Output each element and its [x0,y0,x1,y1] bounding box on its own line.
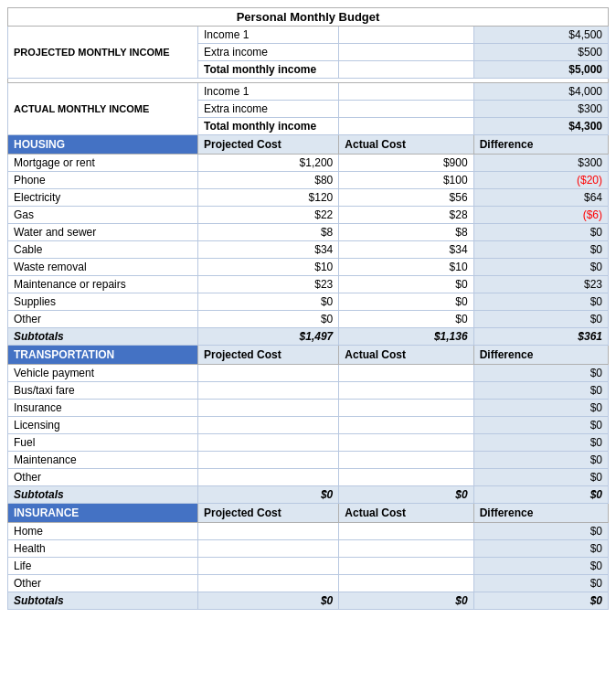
ins-row2-diff: $0 [473,558,608,575]
projected-extra-label: Extra income [198,44,339,61]
housing-row7-actual: $0 [339,276,473,293]
housing-row1-actual: $100 [339,172,473,189]
ins-row3-diff: $0 [473,575,608,592]
trans-row5-diff: $0 [473,452,608,469]
ins-subtotal-projected: $0 [198,592,339,610]
housing-row0-label: Mortgage or rent [8,155,198,172]
housing-subtotal-actual: $1,136 [339,328,473,346]
housing-row8-projected: $0 [198,293,339,311]
projected-total-label: Total monthly income [198,61,339,79]
housing-row1-label: Phone [8,172,198,189]
housing-subtotal-row: Subtotals $1,497 $1,136 $361 [8,328,609,346]
transportation-subtotal-row: Subtotals $0 $0 $0 [8,486,609,504]
housing-col3: Difference [473,135,608,155]
actual-total-value: $4,300 [473,118,608,135]
actual-income1-row: ACTUAL MONTHLY INCOME Income 1 $4,000 [8,83,609,101]
housing-row6-label: Waste removal [8,259,198,276]
table-row: Supplies $0 $0 $0 [8,293,609,311]
table-row: Insurance $0 [8,400,609,417]
trans-row6-diff: $0 [473,469,608,486]
housing-row5-label: Cable [8,241,198,259]
ins-row1-label: Health [8,540,198,558]
insurance-col3: Difference [473,504,608,523]
insurance-section-header: INSURANCE Projected Cost Actual Cost Dif… [8,504,609,523]
housing-row6-actual: $10 [339,259,473,276]
table-row: Life $0 [8,558,609,575]
actual-extra-label: Extra income [198,101,339,118]
housing-row5-diff: $0 [473,241,608,259]
trans-row0-diff: $0 [473,365,608,382]
housing-label: HOUSING [8,135,198,155]
transportation-label: TRANSPORTATION [8,346,198,365]
table-row: Home $0 [8,523,609,540]
projected-income-label: PROJECTED MONTHLY INCOME [8,27,198,79]
ins-row0-diff: $0 [473,523,608,540]
housing-row8-label: Supplies [8,293,198,311]
housing-row3-actual: $28 [339,207,473,224]
ins-row3-label: Other [8,575,198,592]
page-title: Personal Monthly Budget [8,8,609,27]
projected-income1-value: $4,500 [473,27,608,44]
housing-row4-diff: $0 [473,224,608,241]
table-row: Waste removal $10 $10 $0 [8,259,609,276]
housing-row7-label: Maintenance or repairs [8,276,198,293]
housing-row2-projected: $120 [198,189,339,207]
trans-subtotal-actual: $0 [339,486,473,504]
housing-col2: Actual Cost [339,135,473,155]
housing-row9-label: Other [8,311,198,328]
projected-extra-value: $500 [473,44,608,61]
actual-income1-value: $4,000 [473,83,608,101]
housing-section-header: HOUSING Projected Cost Actual Cost Diffe… [8,135,609,155]
projected-income-income1-row: PROJECTED MONTHLY INCOME Income 1 $4,500 [8,27,609,44]
housing-subtotal-label: Subtotals [8,328,198,346]
trans-row3-diff: $0 [473,417,608,434]
trans-subtotal-projected: $0 [198,486,339,504]
ins-row1-diff: $0 [473,540,608,558]
ins-subtotal-actual: $0 [339,592,473,610]
budget-table: Personal Monthly Budget PROJECTED MONTHL… [7,7,609,610]
housing-row5-projected: $34 [198,241,339,259]
insurance-label: INSURANCE [8,504,198,523]
ins-subtotal-diff: $0 [473,592,608,610]
trans-row4-diff: $0 [473,434,608,452]
housing-row4-label: Water and sewer [8,224,198,241]
ins-row0-label: Home [8,523,198,540]
housing-row6-projected: $10 [198,259,339,276]
housing-row0-projected: $1,200 [198,155,339,172]
trans-row2-label: Insurance [8,400,198,417]
trans-row1-diff: $0 [473,382,608,400]
trans-row2-diff: $0 [473,400,608,417]
insurance-subtotal-row: Subtotals $0 $0 $0 [8,592,609,610]
housing-row0-actual: $900 [339,155,473,172]
table-row: Maintenance or repairs $23 $0 $23 [8,276,609,293]
housing-row2-diff: $64 [473,189,608,207]
trans-subtotal-diff: $0 [473,486,608,504]
table-row: Other $0 [8,575,609,592]
table-row: Water and sewer $8 $8 $0 [8,224,609,241]
housing-row7-projected: $23 [198,276,339,293]
table-row: Health $0 [8,540,609,558]
table-row: Other $0 $0 $0 [8,311,609,328]
housing-row3-label: Gas [8,207,198,224]
actual-extra-value: $300 [473,101,608,118]
housing-row3-projected: $22 [198,207,339,224]
actual-total-label: Total monthly income [198,118,339,135]
table-row: Other $0 [8,469,609,486]
insurance-col2: Actual Cost [339,504,473,523]
ins-subtotal-label: Subtotals [8,592,198,610]
table-row: Cable $34 $34 $0 [8,241,609,259]
transportation-col2: Actual Cost [339,346,473,365]
title-row: Personal Monthly Budget [8,8,609,27]
trans-row3-label: Licensing [8,417,198,434]
ins-row2-label: Life [8,558,198,575]
table-row: Phone $80 $100 ($20) [8,172,609,189]
projected-total-value: $5,000 [473,61,608,79]
housing-row1-projected: $80 [198,172,339,189]
housing-row7-diff: $23 [473,276,608,293]
transportation-section-header: TRANSPORTATION Projected Cost Actual Cos… [8,346,609,365]
housing-col1: Projected Cost [198,135,339,155]
transportation-col1: Projected Cost [198,346,339,365]
table-row: Gas $22 $28 ($6) [8,207,609,224]
table-row: Maintenance $0 [8,452,609,469]
housing-row9-diff: $0 [473,311,608,328]
